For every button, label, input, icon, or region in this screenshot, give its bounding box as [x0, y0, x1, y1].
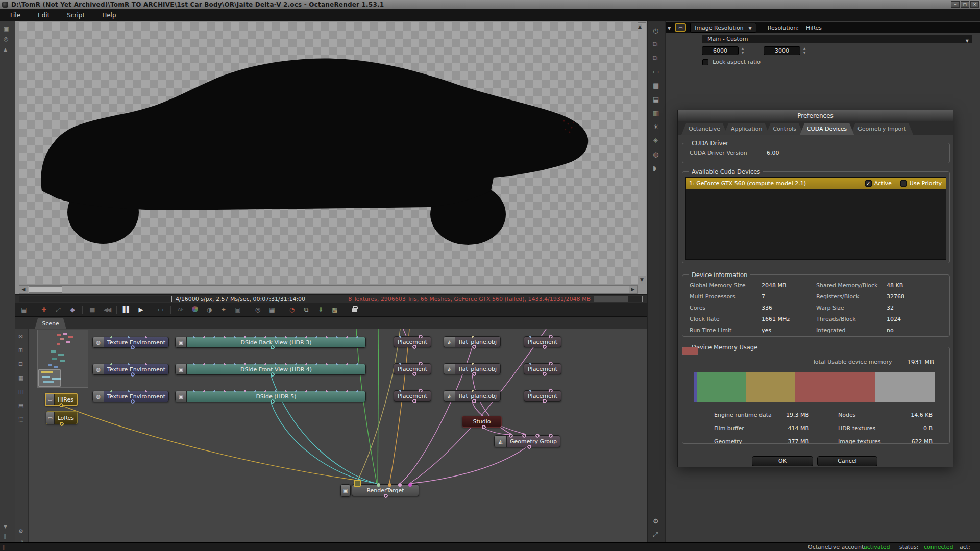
- node-texture-environment[interactable]: ◍ Texture Environment: [92, 391, 169, 402]
- node-placement[interactable]: Placement: [524, 336, 561, 347]
- menu-edit[interactable]: Edit: [31, 10, 57, 21]
- restart-render-icon[interactable]: ◀◀: [102, 306, 111, 313]
- camera-icon[interactable]: ▣: [233, 306, 242, 313]
- viewport-vertical-scrollbar[interactable]: ▲ ▼: [638, 22, 646, 284]
- node-frame-icon[interactable]: ⬚: [18, 416, 23, 422]
- node-hdr-dside[interactable]: ▣ DSide (HDR 5): [175, 391, 366, 402]
- viewport-horizontal-scrollbar[interactable]: ◀ ▶: [19, 285, 638, 294]
- node-grid-icon[interactable]: ⊞: [18, 347, 23, 354]
- dialog-title[interactable]: Preferences: [678, 110, 953, 121]
- scrollbar-thumb[interactable]: [29, 286, 62, 293]
- tab-octanelive[interactable]: OctaneLive: [681, 123, 727, 135]
- node-hdr-front-view[interactable]: ▣ DSide Front View (HDR 4): [175, 364, 366, 375]
- save-image-icon[interactable]: ▤: [19, 306, 29, 313]
- pick-focus-icon[interactable]: ✚: [39, 306, 48, 313]
- node-placement[interactable]: Placement: [394, 363, 431, 374]
- node-collapse-icon[interactable]: ⊟: [18, 361, 23, 367]
- white-balance-icon[interactable]: ◑: [205, 306, 214, 313]
- width-stepper[interactable]: ▲▼: [740, 46, 745, 55]
- node-studio[interactable]: Studio: [462, 416, 502, 428]
- node-flat-plane[interactable]: ◭ flat_plane.obj: [444, 390, 501, 402]
- pin-pink[interactable]: [398, 483, 402, 487]
- node-type-dropdown[interactable]: Image Resolution: [690, 23, 756, 33]
- wrench-icon[interactable]: ⚙: [18, 528, 23, 535]
- scroll-up-icon[interactable]: ▲: [4, 47, 7, 52]
- stop-render-icon[interactable]: ■: [88, 306, 97, 313]
- tab-geometry-import[interactable]: Geometry Import: [850, 123, 913, 135]
- color-wheel-icon[interactable]: [190, 306, 200, 314]
- node-flat-plane[interactable]: ◭ flat_plane.obj: [444, 336, 501, 347]
- node-render-target[interactable]: RenderTarget: [352, 484, 419, 496]
- resize-output-icon[interactable]: ⤢: [54, 306, 63, 313]
- scroll-down-icon[interactable]: ▼: [4, 524, 7, 529]
- node-texture-environment[interactable]: ◍ Texture Environment: [92, 364, 169, 375]
- minimize-button[interactable]: –: [951, 1, 960, 8]
- tab-application[interactable]: Application: [724, 123, 769, 135]
- collapse-arrow-icon[interactable]: [668, 24, 671, 31]
- menu-help[interactable]: Help: [95, 10, 123, 21]
- select-tool-icon[interactable]: ▣: [4, 26, 9, 32]
- output-pin[interactable]: [59, 403, 63, 407]
- output-pin[interactable]: [384, 494, 388, 498]
- height-input[interactable]: 3000: [764, 46, 800, 55]
- scroll-up-arrow-icon[interactable]: ▲: [638, 24, 642, 29]
- expand-icon[interactable]: ⤢: [653, 531, 658, 539]
- render-target-icon-box[interactable]: ▣: [340, 484, 351, 497]
- tab-controls[interactable]: Controls: [766, 123, 803, 135]
- film-settings-icon[interactable]: ▦: [267, 306, 277, 313]
- node-list-icon[interactable]: ▤: [18, 402, 23, 409]
- render-region-icon[interactable]: ▭: [156, 306, 165, 313]
- use-priority-checkbox[interactable]: [900, 180, 907, 187]
- node-placement[interactable]: Placement: [524, 390, 561, 402]
- node-table-icon[interactable]: ▦: [18, 374, 23, 381]
- lock-aspect-checkbox[interactable]: [702, 59, 708, 65]
- priority-gauge-icon[interactable]: ◔: [287, 306, 297, 313]
- node-graph-editor[interactable]: Scene ⊠ ⊞ ⊟ ▦ ◫ ▤ ⬚ ⚙ ⤢: [15, 317, 647, 542]
- node-placement[interactable]: Placement: [394, 336, 431, 347]
- material-icon[interactable]: ◗: [653, 164, 656, 172]
- tab-scene[interactable]: Scene: [35, 318, 66, 329]
- environment-icon[interactable]: ◍: [653, 151, 658, 158]
- node-graph-minimap[interactable]: [37, 330, 88, 388]
- resize-handle-icon[interactable]: ‖: [4, 533, 7, 539]
- scroll-left-arrow-icon[interactable]: ◀: [19, 286, 28, 293]
- paint-icon[interactable]: ✦: [219, 306, 228, 313]
- scroll-right-arrow-icon[interactable]: ▶: [629, 286, 637, 293]
- node-hdr-back-view[interactable]: ▣ DSide Back View (HDR 3): [175, 337, 366, 348]
- save-render-icon[interactable]: ⇓: [316, 306, 325, 313]
- display-icon[interactable]: ▭: [653, 68, 659, 76]
- play-render-icon[interactable]: ▶: [136, 306, 145, 313]
- node-hires-resolution[interactable]: ▭ HiRes: [45, 393, 78, 406]
- resolution-preset-dropdown[interactable]: Main - Custom: [702, 35, 972, 43]
- inspect-tool-icon[interactable]: ◎: [4, 36, 9, 42]
- save-icon[interactable]: ⬓: [653, 95, 659, 103]
- pin-green[interactable]: [377, 483, 380, 487]
- clipboard-icon[interactable]: ⧉: [302, 306, 311, 313]
- imager-icon[interactable]: ▤: [653, 82, 659, 89]
- height-stepper[interactable]: ▲▼: [802, 46, 807, 55]
- lock-viewport-icon[interactable]: [350, 306, 359, 314]
- active-checkbox[interactable]: ✓: [865, 180, 872, 187]
- menu-script[interactable]: Script: [60, 10, 92, 21]
- active-node-icon[interactable]: ▭: [675, 23, 686, 32]
- node-split-icon[interactable]: ◫: [18, 388, 23, 395]
- disconnect-tool-icon[interactable]: ⊠: [18, 333, 23, 340]
- output-pin[interactable]: [60, 422, 64, 426]
- autofocus-icon[interactable]: AF: [176, 307, 185, 312]
- width-input[interactable]: 6000: [702, 46, 739, 55]
- render-settings-icon[interactable]: ◷: [653, 27, 658, 34]
- cancel-button[interactable]: Cancel: [817, 456, 877, 466]
- ok-button[interactable]: OK: [752, 456, 813, 466]
- pin-orange[interactable]: [388, 483, 391, 487]
- geometry-mode-icon[interactable]: ◆: [68, 306, 77, 313]
- node-texture-environment[interactable]: ◍ Texture Environment: [92, 337, 169, 348]
- background-alpha-icon[interactable]: ▩: [330, 306, 339, 313]
- scroll-down-arrow-icon[interactable]: ▼: [638, 276, 646, 284]
- picture-icon[interactable]: ▦: [653, 109, 659, 117]
- node-stack2-icon[interactable]: ⧉: [653, 54, 657, 62]
- menu-file[interactable]: File: [3, 10, 28, 21]
- close-button[interactable]: ×: [970, 1, 979, 8]
- pause-render-icon[interactable]: ▌▌: [122, 306, 131, 313]
- tab-cuda-devices[interactable]: CUDA Devices: [800, 123, 854, 135]
- node-geometry-group[interactable]: ◭ Geometry Group: [494, 435, 560, 447]
